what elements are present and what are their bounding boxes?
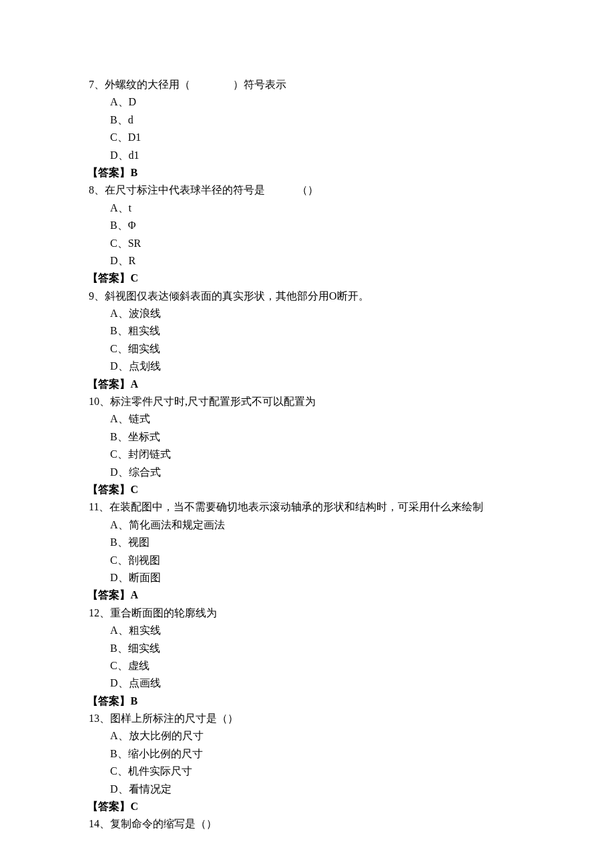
question-option: D、R	[89, 252, 527, 270]
question-answer: 【答案】B	[87, 693, 527, 710]
question-option: C、封闭链式	[89, 446, 527, 463]
question-stem: 11、在装配图中，当不需要确切地表示滚动轴承的形状和结构时，可采用什么来绘制	[89, 498, 527, 516]
document-page: 7、外螺纹的大径用（ ）符号表示 A、D B、d C、D1 D、d1 【答案】B…	[0, 0, 614, 868]
question-option: D、断面图	[89, 569, 527, 586]
question-answer: 【答案】A	[87, 376, 527, 393]
question-stem: 9、斜视图仅表达倾斜表面的真实形状，其他部分用O断开。	[89, 288, 527, 305]
question-answer: 【答案】C	[87, 798, 527, 815]
question-option: A、D	[89, 93, 527, 111]
question-option: C、虚线	[89, 657, 527, 675]
question-option: C、SR	[89, 235, 527, 252]
question-option: B、缩小比例的尺寸	[89, 745, 527, 763]
question-option: D、综合式	[89, 464, 527, 481]
question-option: B、d	[89, 111, 527, 129]
question-stem: 8、在尺寸标注中代表球半径的符号是 （）	[89, 181, 527, 199]
question-stem: 7、外螺纹的大径用（ ）符号表示	[89, 76, 527, 93]
question-option: D、d1	[89, 147, 527, 164]
question-option: A、粗实线	[89, 622, 527, 639]
question-option: B、Φ	[89, 217, 527, 234]
question-option: B、细实线	[89, 640, 527, 657]
question-stem: 14、复制命令的缩写是（）	[89, 815, 527, 833]
question-option: C、剖视图	[89, 552, 527, 569]
question-stem: 10、标注零件尺寸时,尺寸配置形式不可以配置为	[89, 393, 527, 410]
question-option: D、看情况定	[89, 781, 527, 798]
question-option: B、视图	[89, 534, 527, 551]
question-option: C、机件实际尺寸	[89, 763, 527, 780]
question-stem: 12、重合断面图的轮廓线为	[89, 604, 527, 622]
question-stem: 13、图样上所标注的尺寸是（）	[89, 710, 527, 727]
question-option: A、链式	[89, 410, 527, 428]
question-option: D、点划线	[89, 358, 527, 375]
question-option: C、细实线	[89, 340, 527, 358]
question-option: D、点画线	[89, 675, 527, 692]
question-option: B、粗实线	[89, 322, 527, 340]
question-option: B、坐标式	[89, 428, 527, 446]
question-option: C、D1	[89, 129, 527, 146]
question-option: A、t	[89, 199, 527, 217]
question-option: A、波浪线	[89, 305, 527, 322]
question-answer: 【答案】B	[87, 164, 527, 181]
question-option: A、放大比例的尺寸	[89, 727, 527, 745]
question-answer: 【答案】C	[87, 270, 527, 287]
question-option: A、简化画法和规定画法	[89, 516, 527, 534]
question-answer: 【答案】C	[87, 481, 527, 498]
question-answer: 【答案】A	[87, 586, 527, 604]
